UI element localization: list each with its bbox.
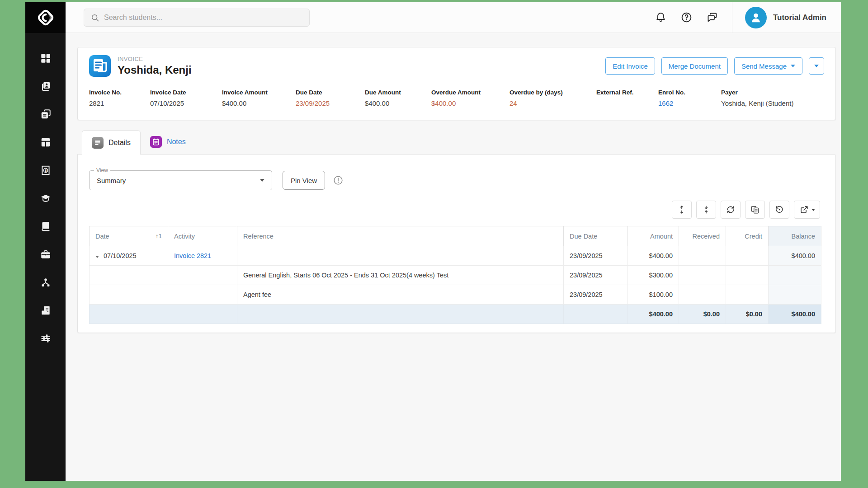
sort-asc-icon: ↑1 — [156, 233, 162, 239]
table-row: Agent fee 23/09/2025 $100.00 — [90, 285, 821, 305]
export-icon — [799, 205, 809, 215]
column-header-date[interactable]: Date↑1 — [90, 226, 168, 246]
search-icon — [90, 13, 99, 22]
tab-details[interactable]: Details — [82, 130, 141, 155]
topbar-right: Tutorial Admin — [655, 2, 841, 33]
table-toolbar — [89, 201, 820, 219]
total-balance: $400.00 — [769, 305, 821, 324]
table-row: 07/10/2025 Invoice 2821 23/09/2025 $400.… — [90, 246, 821, 266]
user-avatar-icon — [748, 10, 764, 25]
search-input[interactable] — [104, 14, 303, 22]
merge-document-button[interactable]: Merge Document — [661, 57, 728, 75]
column-header-balance[interactable]: Balance — [769, 226, 821, 246]
app-logo-icon — [36, 8, 56, 28]
duplicate-button[interactable] — [745, 201, 765, 219]
notifications-button[interactable] — [655, 11, 667, 23]
sidebar-item-students[interactable] — [39, 80, 52, 93]
page: INVOICE Yoshida, Kenji Edit Invoice Merg… — [66, 33, 841, 481]
collapse-all-button[interactable] — [696, 201, 716, 219]
sidebar-item-agents[interactable] — [39, 276, 52, 289]
sidebar-item-organisation[interactable] — [39, 304, 52, 317]
search-box[interactable] — [84, 9, 310, 27]
cell-balance: $400.00 — [769, 246, 821, 266]
cell-due-date: 23/09/2025 — [564, 246, 628, 266]
boards-icon — [40, 136, 52, 148]
invoice-doc-icon — [89, 55, 111, 77]
cell-date — [90, 285, 168, 305]
field-due-date: Due Date 23/09/2025 — [296, 89, 365, 108]
sidebar-item-boards[interactable] — [39, 136, 52, 149]
sidebar-item-documents[interactable] — [39, 108, 52, 121]
messages-button[interactable] — [706, 11, 718, 23]
sidebar-item-settings[interactable] — [39, 332, 52, 345]
send-message-button[interactable]: Send Message — [734, 57, 802, 75]
column-header-due-date[interactable]: Due Date — [564, 226, 628, 246]
view-select[interactable]: View Summary — [89, 170, 272, 190]
column-header-reference[interactable]: Reference — [237, 226, 564, 246]
edit-invoice-button[interactable]: Edit Invoice — [605, 57, 655, 75]
history-icon — [774, 205, 784, 215]
sidebar-item-dashboard[interactable] — [39, 52, 52, 65]
transactions-table: Date↑1 Activity Reference Due Date Amoun… — [89, 226, 821, 324]
organisation-icon — [40, 305, 52, 316]
sidebar-item-finance[interactable]: $ — [39, 164, 52, 177]
cell-amount: $100.00 — [628, 285, 679, 305]
chat-icon — [706, 11, 718, 23]
user-name[interactable]: Tutorial Admin — [773, 13, 826, 22]
cell-due-date: 23/09/2025 — [564, 285, 628, 305]
refresh-icon — [726, 205, 736, 215]
tab-notes[interactable]: Notes — [141, 130, 195, 154]
cell-date — [90, 305, 168, 324]
invoice-actions: Edit Invoice Merge Document Send Message — [605, 57, 824, 75]
cell-due-date: 23/09/2025 — [564, 266, 628, 285]
dropdown-caret-icon — [791, 65, 795, 67]
collapse-rows-icon — [701, 205, 711, 215]
enrol-no-link[interactable]: 1662 — [658, 99, 721, 108]
documents-icon — [40, 108, 52, 120]
topbar-divider — [732, 2, 732, 33]
record-type-label: INVOICE — [118, 56, 192, 62]
agents-icon — [40, 277, 52, 288]
export-button[interactable] — [794, 201, 820, 219]
cell-activity — [168, 285, 237, 305]
sidebar-item-education[interactable] — [39, 192, 52, 205]
column-header-received[interactable]: Received — [679, 226, 726, 246]
sidebar: $ — [25, 2, 66, 481]
help-icon — [680, 11, 693, 23]
settings-sliders-icon — [40, 333, 52, 344]
column-header-credit[interactable]: Credit — [726, 226, 769, 246]
column-header-amount[interactable]: Amount — [628, 226, 679, 246]
cell-balance — [769, 266, 821, 285]
sidebar-item-business[interactable] — [39, 248, 52, 261]
sidebar-item-courses[interactable] — [39, 220, 52, 233]
app-logo[interactable] — [25, 2, 66, 33]
education-icon — [40, 192, 52, 204]
cell-date — [90, 266, 168, 285]
cell-received — [679, 285, 726, 305]
invoice-header-card: INVOICE Yoshida, Kenji Edit Invoice Merg… — [77, 47, 836, 120]
dropdown-caret-icon — [260, 179, 264, 182]
help-button[interactable] — [680, 11, 693, 23]
field-invoice-no: Invoice No. 2821 — [89, 89, 150, 108]
column-header-activity[interactable]: Activity — [168, 226, 237, 246]
invoice-link[interactable]: Invoice 2821 — [174, 252, 211, 259]
duplicate-icon — [750, 205, 760, 215]
cell-credit — [726, 285, 769, 305]
view-select-label: View — [94, 167, 110, 174]
user-avatar[interactable] — [745, 7, 767, 28]
table-row: General English, Starts 06 Oct 2025 - En… — [90, 266, 821, 285]
field-overdue-amount: Overdue Amount $400.00 — [431, 89, 509, 108]
row-expand-icon[interactable] — [95, 256, 99, 258]
cell-credit — [726, 266, 769, 285]
total-amount: $400.00 — [628, 305, 679, 324]
field-external-ref: External Ref. — [596, 89, 658, 108]
more-actions-button[interactable] — [809, 57, 824, 75]
expand-all-button[interactable] — [672, 201, 692, 219]
info-circle-icon[interactable] — [333, 175, 344, 186]
history-button[interactable] — [769, 201, 789, 219]
refresh-button[interactable] — [721, 201, 741, 219]
cell-balance — [769, 285, 821, 305]
pin-view-button[interactable]: Pin View — [283, 171, 325, 190]
main-area: Tutorial Admin INVOICE Yoshida, Kenji Ed… — [66, 2, 841, 481]
cell-activity — [168, 266, 237, 285]
